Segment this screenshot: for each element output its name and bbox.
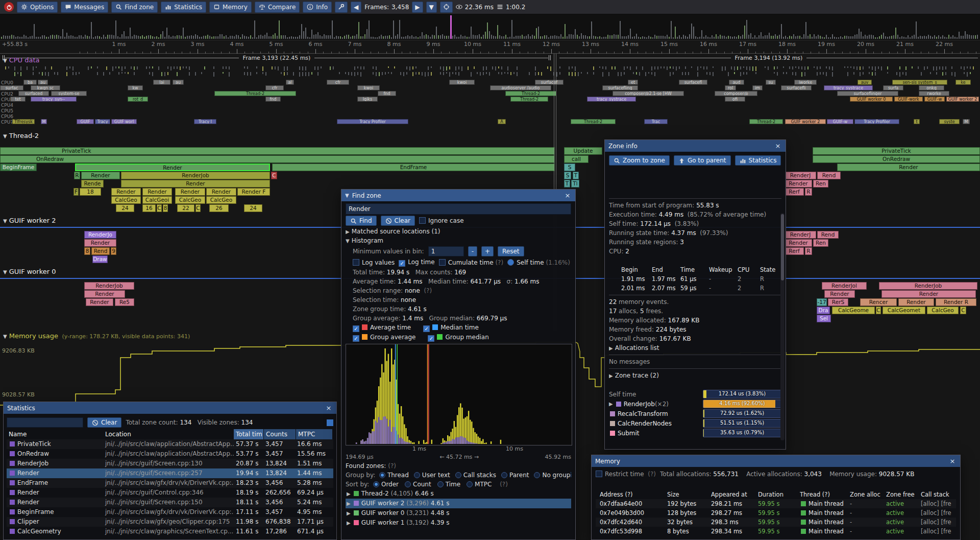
cpu-zone[interactable]: tracy_syn--: [31, 97, 77, 102]
section-cpu-data[interactable]: ▼CPU data: [3, 56, 40, 64]
option-log-time[interactable]: ✓Log time: [399, 259, 434, 267]
cpu-zone[interactable]: composer@2.1-se [HW: [612, 91, 684, 96]
timeline-zone[interactable]: Ren: [813, 239, 828, 247]
timeline-zone[interactable]: CalcGeoi: [142, 196, 172, 204]
timeline-zone[interactable]: CalcGeomet: [883, 307, 925, 314]
clear-filter-button[interactable]: Clear: [87, 417, 121, 428]
close-icon[interactable]: ×: [948, 457, 957, 465]
find-zone-titlebar[interactable]: ▼ Find zone ×: [341, 190, 575, 201]
cpu-zone[interactable]: M: [963, 119, 970, 124]
allocations-list-toggle[interactable]: ▶Allocations list: [609, 343, 781, 353]
timeline-zone[interactable]: Render: [86, 298, 113, 306]
cpu-zone[interactable]: al: [286, 80, 294, 85]
section-guif-worker-2[interactable]: ▼GUIF worker 2: [3, 217, 56, 224]
timeline-zone[interactable]: RenderJob: [121, 172, 270, 179]
legend-group-average[interactable]: ✓Group average: [353, 334, 415, 342]
timeline-zone[interactable]: Render: [111, 188, 141, 196]
cpu-zone[interactable]: Trac: [644, 119, 668, 124]
timeline-zone[interactable]: Render F: [237, 188, 270, 196]
cpu-zone[interactable]: Thread-2: [214, 91, 296, 96]
cpu-zone[interactable]: kw: [128, 85, 143, 90]
legend-average-time[interactable]: ✓Average time: [353, 324, 411, 332]
timeline-zone[interactable]: C: [195, 204, 201, 212]
histogram-toggle[interactable]: ▼Histogram: [346, 236, 571, 245]
cpu-zone[interactable]: GUIF-w: [827, 119, 853, 124]
table-row[interactable]: EndFramejni/../jni/src/claw/gfx/drv/vk/D…: [7, 478, 333, 488]
timeline-zone[interactable]: Dra: [817, 307, 830, 314]
cpu-zone[interactable]: surfacef: [535, 80, 564, 85]
timeline-zone[interactable]: Ren: [813, 180, 828, 187]
allocation-row[interactable]: 0x7e049b3d00128 bytes298.27 ms59.95 sMai…: [596, 508, 956, 518]
timeline-zone[interactable]: Rende: [81, 180, 104, 187]
statistics-titlebar[interactable]: Statistics ×: [4, 402, 336, 414]
cpu-zone[interactable]: surfacefling: [602, 85, 638, 90]
cpu-zone[interactable]: Tracy I: [194, 119, 216, 124]
timeline-zone[interactable]: Update: [564, 147, 602, 155]
timeline-zone[interactable]: CalcGeo: [927, 307, 959, 314]
timeline-zone[interactable]: R: [805, 247, 812, 255]
column-header-total-tim[interactable]: Total tim: [234, 429, 263, 439]
min-bin-input[interactable]: [428, 246, 464, 256]
cpu-zone[interactable]: surfacefl: [679, 80, 707, 85]
timeline-zone[interactable]: 9: [111, 247, 116, 255]
filter-zones-input[interactable]: [7, 417, 83, 428]
timeline-zone[interactable]: CalcGeo: [206, 196, 236, 204]
find-button[interactable]: Find: [346, 216, 377, 226]
filter-options-icon[interactable]: [327, 419, 333, 426]
timeline-zone[interactable]: CalcGeome: [832, 307, 875, 314]
cpu-zone[interactable]: tet: [10, 97, 26, 102]
find-zone-histogram[interactable]: [346, 344, 572, 445]
timeline-zone[interactable]: Rend: [817, 172, 841, 179]
timeline-zone[interactable]: Tl: [571, 180, 579, 187]
wait-table-row[interactable]: 2.01 ms2.07 ms59 μs-2R: [609, 284, 781, 293]
cpu-zone[interactable]: composer@: [715, 91, 757, 96]
cpu-zone[interactable]: et: [628, 80, 638, 85]
cpu-zone[interactable]: GUIF worl: [111, 119, 137, 124]
cpu-zone[interactable]: GUIF-work: [894, 97, 923, 102]
timeline-zone[interactable]: Render: [785, 239, 812, 247]
timeline-zone[interactable]: C: [960, 307, 966, 314]
cpu-zone[interactable]: Tlfresysk: [12, 119, 35, 124]
column-header-mtpc[interactable]: MTPC: [296, 429, 332, 439]
wait-regions-toggle[interactable]: ▼Wait regions ✓Time relative to zone sta…: [609, 256, 781, 265]
timeline-zone[interactable]: CalcGeo: [111, 196, 141, 204]
cpu-zone[interactable]: au: [38, 80, 48, 85]
cpu-zone[interactable]: surfaced: [18, 91, 49, 96]
timeline-zone[interactable]: 24: [116, 204, 134, 212]
timeline-zone[interactable]: Render R: [936, 298, 976, 306]
cpu-zone[interactable]: Thread-2: [510, 97, 548, 102]
timeline-zone[interactable]: PrivateTick: [0, 147, 555, 155]
cpu-zone[interactable]: audioserver /audio: [490, 85, 551, 90]
min-bin-decrement-button[interactable]: -: [468, 246, 477, 256]
cpu-zone[interactable]: auv: [857, 80, 872, 85]
timeline-zone[interactable]: C: [876, 307, 881, 314]
timeline-zone[interactable]: Rend: [817, 231, 839, 239]
cpu-zone[interactable]: tracy_systrace: [587, 97, 636, 102]
cpu-zone[interactable]: Thread-2: [505, 91, 556, 96]
wait-table-row[interactable]: 1.91 ms1.97 ms61 μs-2R: [609, 274, 781, 284]
cpu-zone[interactable]: Tracy: [95, 119, 110, 124]
timeline-zone[interactable]: Render: [206, 188, 236, 196]
cpu-zone[interactable]: surfa: [883, 85, 903, 90]
timeline-zone[interactable]: Render: [75, 163, 270, 171]
timeline-zone[interactable]: Render: [824, 290, 855, 298]
zone-trace-toggle[interactable]: ▶Zone trace (2): [609, 371, 781, 380]
found-zone-group[interactable]: ▶GUIF worker 2 (3,296) 4.61 s: [346, 499, 571, 508]
timeline-zone[interactable]: Render: [837, 163, 980, 171]
child-zones-toggle[interactable]: ▼Child zones (5) ✓Group children locatio…: [609, 380, 781, 389]
cpu-zone[interactable]: lgiks: [357, 97, 378, 102]
timeline-zone[interactable]: RerS: [828, 298, 848, 306]
group-by-user-text[interactable]: User text: [414, 472, 450, 479]
cpu-zone[interactable]: system-se: [51, 91, 87, 96]
child-zone-row[interactable]: ▶RenderJob (×2)4.16 ms (92.60%): [609, 399, 781, 409]
allocation-row[interactable]: 0x7dfc42d64032 bytes298.3 ms59.95 sMain …: [596, 518, 956, 527]
child-zone-row[interactable]: RecalcTransform72.92 us (1.62%): [609, 409, 781, 418]
cpu-zone[interactable]: GUIF-w: [924, 97, 945, 102]
group-by-no-groupi[interactable]: No groupi: [534, 472, 571, 479]
group-by-thread[interactable]: Thread: [379, 472, 409, 479]
timeline-zone[interactable]: RenderJ: [785, 172, 816, 179]
timeline-zone[interactable]: RenderJol: [822, 282, 867, 290]
memory-titlebar[interactable]: Memory ×: [592, 455, 960, 467]
timeline-zone[interactable]: Render: [84, 239, 116, 247]
cpu-zone[interactable]: GUIF worker 2: [785, 119, 826, 124]
